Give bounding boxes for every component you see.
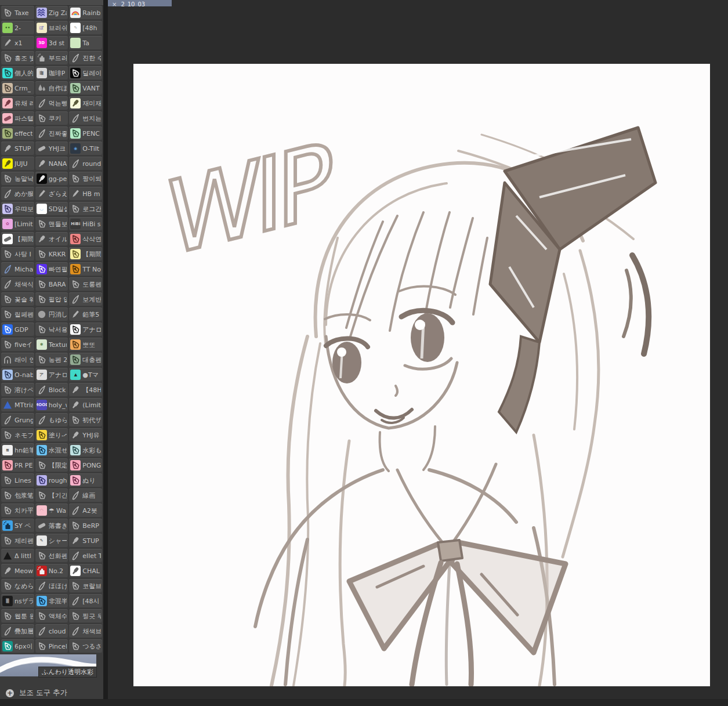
brush-item[interactable]: 필압 없	[35, 292, 68, 306]
brush-item[interactable]: 보계반	[69, 292, 102, 306]
brush-item[interactable]: BARA	[35, 277, 68, 291]
brush-item[interactable]: fiveイ	[1, 338, 34, 352]
brush-item[interactable]: 부드러	[35, 51, 68, 65]
brush-item[interactable]: round	[69, 157, 102, 171]
brush-item[interactable]: 【期間限	[1, 232, 34, 246]
brush-item[interactable]: ◡SD일살	[35, 202, 68, 216]
brush-item[interactable]: ✱Textur	[35, 338, 68, 352]
brush-item[interactable]: Rainb	[69, 6, 102, 20]
brush-item[interactable]: Zig Za	[35, 6, 68, 20]
brush-item[interactable]: 치카平	[1, 504, 34, 517]
brush-item[interactable]: なめら	[1, 579, 34, 593]
brush-item[interactable]: 릴페펜	[1, 307, 34, 321]
brush-item[interactable]: アナロ	[69, 323, 102, 336]
brush-item[interactable]: 짱이되	[69, 172, 102, 186]
brush-item[interactable]: 대충펜	[69, 353, 102, 367]
brush-item[interactable]: 찡긋 두	[69, 609, 102, 623]
brush-item[interactable]: 線画	[69, 488, 102, 502]
brush-item[interactable]: 번지는	[69, 111, 102, 125]
brush-item[interactable]: 珈珈琲P	[35, 66, 68, 80]
brush-item[interactable]: 사탕 I	[1, 247, 34, 261]
brush-item[interactable]: 웹툰 원	[1, 609, 34, 623]
brush-item[interactable]: ▲●Tマ	[69, 368, 102, 382]
brush-item[interactable]: もゆら	[35, 413, 68, 427]
brush-item[interactable]: 6px이	[1, 639, 34, 653]
panel-divider[interactable]	[103, 0, 108, 706]
brush-item[interactable]: 疊加層	[1, 624, 34, 638]
brush-item[interactable]: 진짜좋	[35, 126, 68, 140]
brush-item[interactable]: 재미재	[69, 96, 102, 110]
brush-item[interactable]: ▒nsザラ	[1, 594, 34, 608]
brush-item[interactable]: VANT	[69, 81, 102, 95]
brush-item[interactable]: 파스텔	[1, 111, 34, 125]
brush-item[interactable]: ✿[Limit	[1, 217, 34, 231]
brush-item[interactable]: 包浆笔	[1, 488, 34, 502]
brush-item[interactable]: YHJ유	[69, 428, 102, 442]
brush-item[interactable]: 【기간한	[35, 488, 68, 502]
brush-item[interactable]: (Limit	[69, 398, 102, 412]
brush-item[interactable]: ellet T	[69, 549, 102, 563]
brush-item[interactable]: HiBiHiBi s	[69, 217, 102, 231]
brush-item[interactable]: 선화펜	[35, 549, 68, 563]
brush-item[interactable]: 로그간	[69, 202, 102, 216]
brush-item[interactable]: Lines	[1, 473, 34, 487]
brush-item[interactable]: 농펜 2	[35, 353, 68, 367]
brush-item[interactable]: ✎シャー	[35, 534, 68, 548]
drawing-canvas[interactable]: WIP	[133, 64, 710, 686]
brush-item[interactable]: 落書き	[35, 519, 68, 533]
brush-item[interactable]: オイル	[35, 232, 68, 246]
brush-item[interactable]: effect	[1, 126, 34, 140]
brush-item[interactable]: 홍조 빛	[1, 51, 34, 65]
brush-item[interactable]: 水混ぜ	[35, 443, 68, 457]
brush-item[interactable]: 【期間限	[69, 247, 102, 261]
brush-item[interactable]: KRKR	[35, 247, 68, 261]
brush-stroke-preview[interactable]: ふんわり透明水彩	[0, 654, 96, 676]
brush-item[interactable]: MOODholy_w	[35, 398, 68, 412]
brush-item[interactable]: STUP	[1, 142, 34, 155]
brush-item[interactable]: GDP	[1, 323, 34, 336]
brush-item[interactable]: Pincel	[35, 639, 68, 653]
brush-item[interactable]: x1	[1, 36, 34, 50]
brush-item[interactable]: gg-pe	[35, 172, 68, 186]
brush-item[interactable]: 꽃슬 웨	[1, 292, 34, 306]
brush-item[interactable]: Block	[35, 383, 68, 397]
canvas-tab[interactable]: × 2_10_03	[108, 0, 172, 6]
brush-item[interactable]: MTtria	[1, 398, 34, 412]
brush-item[interactable]: 塗り-ヘ	[35, 428, 68, 442]
brush-item[interactable]: Ta	[69, 36, 102, 50]
brush-item[interactable]: Micha	[1, 262, 34, 276]
brush-item[interactable]: 初代ザ	[69, 413, 102, 427]
brush-item[interactable]: めか服	[1, 187, 34, 201]
brush-item[interactable]: 채색식	[1, 277, 34, 291]
brush-item[interactable]: STUP	[69, 534, 102, 548]
brush-item[interactable]: 액체수	[35, 609, 68, 623]
brush-item[interactable]: 非混半	[35, 594, 68, 608]
brush-item[interactable]: TT No	[69, 262, 102, 276]
brush-item[interactable]: ◠☂ Wa	[35, 504, 68, 517]
brush-item[interactable]: 【48H	[69, 383, 102, 397]
brush-item[interactable]: 진한 수	[69, 51, 102, 65]
brush-item[interactable]: 個人的	[1, 66, 34, 80]
brush-item[interactable]: つるさ	[69, 639, 102, 653]
brush-item[interactable]: PONG	[69, 458, 102, 472]
brush-item[interactable]: 채색브	[69, 624, 102, 638]
brush-item[interactable]: ほほげ	[35, 579, 68, 593]
brush-item[interactable]: CHAL	[69, 564, 102, 578]
brush-item[interactable]: SY ペ	[1, 519, 34, 533]
brush-item[interactable]: 우땨보	[1, 202, 34, 216]
brush-item[interactable]: BeRP	[69, 519, 102, 533]
brush-item[interactable]: ••2-	[1, 21, 34, 35]
brush-item[interactable]: 농말낙	[1, 172, 34, 186]
brush-item[interactable]: O-nab	[1, 368, 34, 382]
add-subtool-button[interactable]: + 보조 도구 추가	[6, 688, 67, 698]
brush-item[interactable]: ざらえ	[35, 187, 68, 201]
brush-item[interactable]: アアナロ	[35, 368, 68, 382]
brush-item[interactable]: HB m	[69, 187, 102, 201]
brush-item[interactable]: PR PE	[1, 458, 34, 472]
brush-item[interactable]: 쿠키	[35, 111, 68, 125]
brush-item[interactable]: 뽀또	[69, 338, 102, 352]
brush-item[interactable]: Grung	[1, 413, 34, 427]
brush-item[interactable]: 빠연필	[35, 262, 68, 276]
brush-item[interactable]: Meow	[1, 564, 34, 578]
brush-item[interactable]: PENC	[69, 126, 102, 140]
